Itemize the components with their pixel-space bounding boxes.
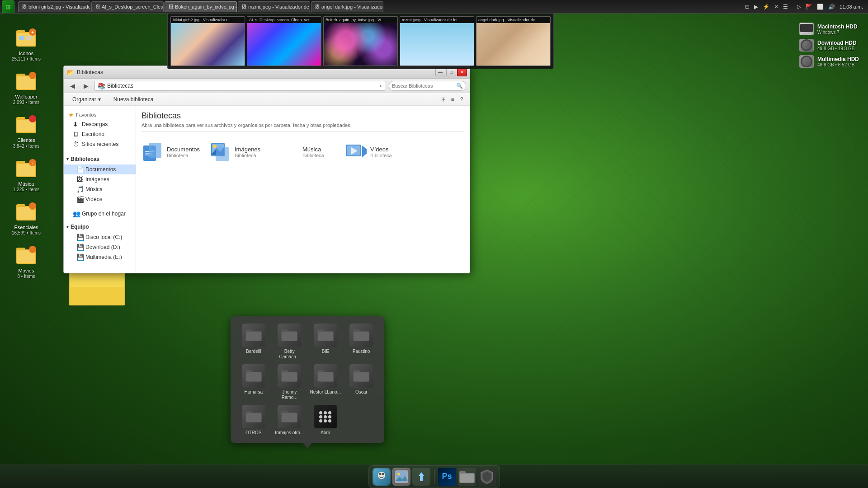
- forward-button[interactable]: ▶: [81, 81, 91, 91]
- taskbar-volume[interactable]: 🔊: [827, 4, 836, 10]
- popup-item-betty[interactable]: Betty Camach...: [274, 324, 306, 360]
- popup-item-otros[interactable]: OTROS: [238, 405, 269, 436]
- oscar-folder-icon: [349, 364, 373, 388]
- organize-button[interactable]: Organizar ▾: [67, 94, 106, 104]
- taskbar-item-ai[interactable]: 🖼 AI_s_Desktop_screen_Clean_ver...: [91, 1, 164, 12]
- preview-thumb-1[interactable]: AI_s_Desktop_screen_Clean_ver...: [247, 16, 321, 66]
- sidebar-item-grupo[interactable]: 👥 Grupo en el hogar: [64, 209, 136, 219]
- img-icon: 🖼: [76, 176, 84, 183]
- taskbar-item-angel[interactable]: 🖼 angel dark.jpg - Visualizador de...: [311, 1, 383, 12]
- dock-image-viewer[interactable]: [392, 468, 410, 486]
- taskbar-ctrl-3[interactable]: ⚡: [761, 4, 771, 10]
- sidebar-item-escritorio[interactable]: 🖥 Escritorio: [64, 129, 136, 139]
- taskbar-item-bikini[interactable]: 🖼 bikini girls2.jpg - Visualizador d...: [18, 1, 90, 12]
- popup-item-oscar[interactable]: Oscar: [346, 364, 377, 400]
- desktop-icon-iconos[interactable]: ✦ Iconos 25,111 • Items: [8, 27, 44, 61]
- preview-thumb-3[interactable]: mzmi.jpeg - Visualizador de fot...: [400, 16, 474, 66]
- start-button[interactable]: ⊞: [2, 0, 14, 13]
- hdd-item-download[interactable]: Download HDD 49.8 GB • 19.8 GB: [799, 39, 859, 52]
- taskbar-resize[interactable]: ⬜: [816, 4, 825, 10]
- dock-finder[interactable]: [373, 468, 391, 486]
- preview-thumb-2[interactable]: Bokeh_again_by_ixdvc.jpg - Vi...: [323, 16, 398, 66]
- taskbar-ctrl-2[interactable]: ▶: [753, 4, 760, 10]
- sidebar-item-documentos[interactable]: 📄 Documentos: [64, 164, 136, 174]
- library-item-videos[interactable]: Vídeos Biblioteca: [345, 141, 404, 163]
- taskbar-arrow-right[interactable]: ▷: [796, 4, 802, 10]
- betty-folder-icon: [278, 324, 301, 347]
- desktop-icon-esenciales[interactable]: Esenciales 16,599 • Items: [8, 201, 44, 235]
- maximize-button[interactable]: □: [446, 68, 456, 76]
- musica-label: Música: [19, 181, 34, 187]
- taskbar-item-bokeh[interactable]: 🖼 Bokeh_again_by_ixdvc.jpg - Vi...: [165, 1, 237, 12]
- popup-item-bardelli[interactable]: Bardelli: [238, 324, 269, 360]
- musica-icon: ♪: [15, 158, 37, 179]
- svg-text:✦: ✦: [31, 30, 34, 35]
- search-container[interactable]: 🔍: [389, 81, 466, 91]
- popup-item-abrir[interactable]: Abrir: [310, 405, 341, 436]
- desktop-icon-wallpaper[interactable]: Wallpaper 2,093 • Items: [8, 70, 44, 105]
- help-button[interactable]: ?: [457, 95, 466, 104]
- taskbar-ctrl-4[interactable]: ✕: [773, 4, 780, 10]
- search-input[interactable]: [392, 83, 455, 89]
- view-icons[interactable]: ⊞: [439, 95, 448, 104]
- svg-rect-72: [318, 372, 333, 381]
- dock-down[interactable]: [412, 468, 430, 486]
- preview-thumb-4[interactable]: angel dark.jpg - Visualizador de...: [476, 16, 551, 66]
- sidebar-item-descargas[interactable]: ⬇ Descargas: [64, 119, 136, 129]
- organize-chevron: ▾: [98, 96, 101, 103]
- popup-item-bie[interactable]: BIE: [310, 324, 341, 360]
- desktop-icon-musica[interactable]: ♪ Música 1,225 • Items: [8, 158, 44, 192]
- library-video-text: Vídeos Biblioteca: [370, 146, 392, 158]
- mac-hdd-detail: Windows 7: [817, 30, 858, 35]
- clientes-count: 3,842 • Items: [13, 144, 40, 149]
- sidebar-item-musica[interactable]: 🎵 Música: [64, 184, 136, 194]
- taskbar-ctrl-1[interactable]: ⊟: [744, 4, 751, 10]
- library-item-musica[interactable]: ♪ Música Biblioteca: [277, 141, 336, 163]
- nestor-label: Nestor LLano...: [310, 389, 341, 395]
- desktop-icon-clientes[interactable]: Clientes 3,842 • Items: [8, 114, 44, 148]
- dock-photoshop[interactable]: Ps: [438, 468, 456, 486]
- sidebar-equipo-header[interactable]: ▾ Equipo: [64, 221, 136, 232]
- taskbar-flag[interactable]: 🚩: [804, 4, 814, 10]
- back-button[interactable]: ◀: [67, 81, 77, 91]
- doc-icon: 📄: [76, 166, 84, 173]
- taskbar-items: 🖼 bikini girls2.jpg - Visualizador d... …: [16, 1, 744, 12]
- hdd-item-multimedia[interactable]: Multimedia HDD 48.8 GB • 6.52 GB: [799, 55, 859, 68]
- sidebar-libraries-header[interactable]: ▾ Bibliotecas: [64, 154, 136, 164]
- movies-label: Movies: [19, 268, 34, 274]
- search-icon[interactable]: 🔍: [456, 83, 463, 89]
- minimize-button[interactable]: —: [435, 68, 445, 76]
- sidebar-item-videos[interactable]: 🎬 Vídeos: [64, 194, 136, 204]
- svg-marker-91: [418, 472, 425, 481]
- sidebar-drive-d[interactable]: 💾 Download (D:): [64, 242, 136, 252]
- sidebar-drive-e[interactable]: 💾 Multimedia (E:): [64, 252, 136, 262]
- address-bar[interactable]: 📚 Bibliotecas ▸: [94, 81, 385, 91]
- sidebar-item-imagenes[interactable]: 🖼 Imágenes: [64, 174, 136, 184]
- abrir-icon: [314, 405, 337, 428]
- popup-item-trabajos[interactable]: trabajos otro...: [274, 405, 306, 436]
- view-list[interactable]: ≡: [448, 95, 457, 104]
- preview-thumb-0[interactable]: bikini girls2.jpg - Visualizador d...: [170, 16, 245, 66]
- desktop-icon-movies[interactable]: Movies 8 • Items: [8, 244, 44, 279]
- taskbar-top: ⊞ 🖼 bikini girls2.jpg - Visualizador d..…: [0, 0, 868, 14]
- popup-item-nestor[interactable]: Nestor LLano...: [310, 364, 341, 400]
- library-item-imagenes[interactable]: Imágenes Biblioteca: [209, 141, 268, 163]
- sidebar-item-recientes[interactable]: ⏱ Sitios recientes: [64, 139, 136, 149]
- dock-shield[interactable]: [478, 468, 496, 486]
- svg-rect-63: [354, 332, 369, 341]
- library-img-name: Imágenes: [235, 146, 260, 153]
- dock-folder[interactable]: [458, 468, 476, 486]
- library-img-icon: [209, 141, 231, 163]
- popup-item-jhonny[interactable]: Jhonny Ramo...: [274, 364, 306, 400]
- svg-rect-4: [26, 36, 33, 38]
- close-button[interactable]: ✕: [457, 68, 467, 76]
- taskbar-item-mzmi[interactable]: 🖼 mzmi.jpeg - Visualizador de fot...: [238, 1, 310, 12]
- taskbar-ctrl-5[interactable]: ☰: [782, 4, 789, 10]
- popup-item-faustino[interactable]: Faustino: [346, 324, 377, 360]
- sidebar-drive-c[interactable]: 💾 Disco local (C:): [64, 232, 136, 242]
- popup-item-humarsa[interactable]: Humarsa: [238, 364, 269, 400]
- new-library-button[interactable]: Nueva biblioteca: [108, 94, 159, 104]
- library-item-documentos[interactable]: Documentos Biblioteca: [142, 141, 200, 163]
- hdd-item-mac[interactable]: Macintosh HDD Windows 7: [799, 23, 859, 35]
- svg-point-11: [29, 72, 36, 79]
